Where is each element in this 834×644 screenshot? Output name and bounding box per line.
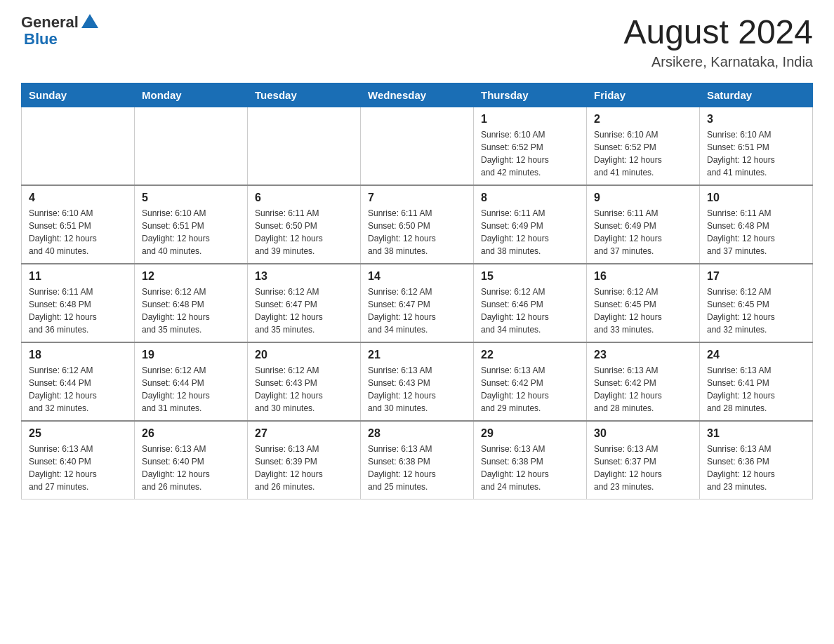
calendar-cell: 2Sunrise: 6:10 AMSunset: 6:52 PMDaylight… bbox=[587, 107, 700, 185]
day-number: 11 bbox=[29, 270, 127, 283]
month-title: August 2024 bbox=[623, 14, 813, 51]
logo-triangle-icon bbox=[81, 14, 98, 28]
day-info: Sunrise: 6:13 AMSunset: 6:43 PMDaylight:… bbox=[368, 364, 466, 415]
day-number: 4 bbox=[29, 192, 127, 204]
day-number: 22 bbox=[481, 349, 579, 361]
day-info: Sunrise: 6:13 AMSunset: 6:40 PMDaylight:… bbox=[29, 443, 127, 493]
calendar-cell: 17Sunrise: 6:12 AMSunset: 6:45 PMDayligh… bbox=[700, 264, 813, 342]
calendar-cell: 18Sunrise: 6:12 AMSunset: 6:44 PMDayligh… bbox=[22, 342, 135, 421]
day-info: Sunrise: 6:13 AMSunset: 6:38 PMDaylight:… bbox=[481, 443, 579, 493]
calendar-cell: 10Sunrise: 6:11 AMSunset: 6:48 PMDayligh… bbox=[700, 185, 813, 264]
day-number: 10 bbox=[707, 192, 805, 204]
calendar-cell bbox=[361, 107, 474, 185]
day-info: Sunrise: 6:13 AMSunset: 6:40 PMDaylight:… bbox=[142, 443, 240, 493]
day-number: 14 bbox=[368, 270, 466, 283]
calendar-cell bbox=[22, 107, 135, 185]
day-number: 29 bbox=[481, 427, 579, 440]
day-info: Sunrise: 6:13 AMSunset: 6:41 PMDaylight:… bbox=[707, 364, 805, 415]
day-number: 27 bbox=[255, 427, 353, 440]
day-info: Sunrise: 6:12 AMSunset: 6:47 PMDaylight:… bbox=[368, 286, 466, 336]
weekday-header-tuesday: Tuesday bbox=[248, 83, 361, 107]
weekday-header-sunday: Sunday bbox=[22, 83, 135, 107]
day-info: Sunrise: 6:12 AMSunset: 6:46 PMDaylight:… bbox=[481, 286, 579, 336]
day-info: Sunrise: 6:12 AMSunset: 6:44 PMDaylight:… bbox=[142, 364, 240, 415]
day-info: Sunrise: 6:10 AMSunset: 6:51 PMDaylight:… bbox=[142, 207, 240, 257]
day-info: Sunrise: 6:12 AMSunset: 6:45 PMDaylight:… bbox=[707, 286, 805, 336]
day-number: 25 bbox=[29, 427, 127, 440]
calendar-cell: 4Sunrise: 6:10 AMSunset: 6:51 PMDaylight… bbox=[22, 185, 135, 264]
day-number: 8 bbox=[481, 192, 579, 204]
day-info: Sunrise: 6:11 AMSunset: 6:49 PMDaylight:… bbox=[594, 207, 692, 257]
calendar-cell: 19Sunrise: 6:12 AMSunset: 6:44 PMDayligh… bbox=[135, 342, 248, 421]
calendar-cell: 28Sunrise: 6:13 AMSunset: 6:38 PMDayligh… bbox=[361, 421, 474, 499]
day-number: 31 bbox=[707, 427, 805, 440]
weekday-header-monday: Monday bbox=[135, 83, 248, 107]
day-info: Sunrise: 6:13 AMSunset: 6:42 PMDaylight:… bbox=[594, 364, 692, 415]
day-number: 17 bbox=[707, 270, 805, 283]
day-info: Sunrise: 6:13 AMSunset: 6:42 PMDaylight:… bbox=[481, 364, 579, 415]
calendar-cell: 25Sunrise: 6:13 AMSunset: 6:40 PMDayligh… bbox=[22, 421, 135, 499]
location-subtitle: Arsikere, Karnataka, India bbox=[623, 54, 813, 70]
calendar-cell: 30Sunrise: 6:13 AMSunset: 6:37 PMDayligh… bbox=[587, 421, 700, 499]
day-number: 19 bbox=[142, 349, 240, 361]
day-info: Sunrise: 6:10 AMSunset: 6:51 PMDaylight:… bbox=[707, 128, 805, 179]
calendar-cell: 12Sunrise: 6:12 AMSunset: 6:48 PMDayligh… bbox=[135, 264, 248, 342]
calendar-cell: 27Sunrise: 6:13 AMSunset: 6:39 PMDayligh… bbox=[248, 421, 361, 499]
calendar-week-row: 18Sunrise: 6:12 AMSunset: 6:44 PMDayligh… bbox=[22, 342, 813, 421]
calendar-cell: 8Sunrise: 6:11 AMSunset: 6:49 PMDaylight… bbox=[474, 185, 587, 264]
day-info: Sunrise: 6:13 AMSunset: 6:36 PMDaylight:… bbox=[707, 443, 805, 493]
calendar-cell: 22Sunrise: 6:13 AMSunset: 6:42 PMDayligh… bbox=[474, 342, 587, 421]
day-number: 15 bbox=[481, 270, 579, 283]
weekday-header-row: SundayMondayTuesdayWednesdayThursdayFrid… bbox=[22, 83, 813, 107]
calendar-week-row: 4Sunrise: 6:10 AMSunset: 6:51 PMDaylight… bbox=[22, 185, 813, 264]
day-number: 13 bbox=[255, 270, 353, 283]
calendar-cell: 3Sunrise: 6:10 AMSunset: 6:51 PMDaylight… bbox=[700, 107, 813, 185]
logo-general-text: General bbox=[21, 14, 79, 31]
calendar-table: SundayMondayTuesdayWednesdayThursdayFrid… bbox=[21, 83, 813, 499]
day-number: 24 bbox=[707, 349, 805, 361]
calendar-cell: 1Sunrise: 6:10 AMSunset: 6:52 PMDaylight… bbox=[474, 107, 587, 185]
day-info: Sunrise: 6:12 AMSunset: 6:43 PMDaylight:… bbox=[255, 364, 353, 415]
day-number: 7 bbox=[368, 192, 466, 204]
calendar-cell: 29Sunrise: 6:13 AMSunset: 6:38 PMDayligh… bbox=[474, 421, 587, 499]
day-info: Sunrise: 6:11 AMSunset: 6:50 PMDaylight:… bbox=[255, 207, 353, 257]
day-number: 9 bbox=[594, 192, 692, 204]
day-info: Sunrise: 6:12 AMSunset: 6:47 PMDaylight:… bbox=[255, 286, 353, 336]
day-number: 12 bbox=[142, 270, 240, 283]
logo: General Blue bbox=[21, 14, 98, 48]
day-info: Sunrise: 6:12 AMSunset: 6:45 PMDaylight:… bbox=[594, 286, 692, 336]
day-number: 3 bbox=[707, 113, 805, 126]
day-number: 18 bbox=[29, 349, 127, 361]
calendar-cell: 11Sunrise: 6:11 AMSunset: 6:48 PMDayligh… bbox=[22, 264, 135, 342]
calendar-cell: 14Sunrise: 6:12 AMSunset: 6:47 PMDayligh… bbox=[361, 264, 474, 342]
calendar-cell: 24Sunrise: 6:13 AMSunset: 6:41 PMDayligh… bbox=[700, 342, 813, 421]
title-block: August 2024 Arsikere, Karnataka, India bbox=[623, 14, 813, 70]
calendar-cell: 26Sunrise: 6:13 AMSunset: 6:40 PMDayligh… bbox=[135, 421, 248, 499]
calendar-cell: 16Sunrise: 6:12 AMSunset: 6:45 PMDayligh… bbox=[587, 264, 700, 342]
calendar-cell: 5Sunrise: 6:10 AMSunset: 6:51 PMDaylight… bbox=[135, 185, 248, 264]
calendar-cell: 23Sunrise: 6:13 AMSunset: 6:42 PMDayligh… bbox=[587, 342, 700, 421]
calendar-cell: 20Sunrise: 6:12 AMSunset: 6:43 PMDayligh… bbox=[248, 342, 361, 421]
calendar-cell: 9Sunrise: 6:11 AMSunset: 6:49 PMDaylight… bbox=[587, 185, 700, 264]
day-number: 20 bbox=[255, 349, 353, 361]
day-info: Sunrise: 6:13 AMSunset: 6:37 PMDaylight:… bbox=[594, 443, 692, 493]
day-number: 28 bbox=[368, 427, 466, 440]
day-info: Sunrise: 6:10 AMSunset: 6:52 PMDaylight:… bbox=[481, 128, 579, 179]
day-info: Sunrise: 6:12 AMSunset: 6:48 PMDaylight:… bbox=[142, 286, 240, 336]
calendar-cell: 13Sunrise: 6:12 AMSunset: 6:47 PMDayligh… bbox=[248, 264, 361, 342]
day-info: Sunrise: 6:10 AMSunset: 6:52 PMDaylight:… bbox=[594, 128, 692, 179]
day-number: 23 bbox=[594, 349, 692, 361]
day-number: 26 bbox=[142, 427, 240, 440]
day-info: Sunrise: 6:10 AMSunset: 6:51 PMDaylight:… bbox=[29, 207, 127, 257]
calendar-cell: 21Sunrise: 6:13 AMSunset: 6:43 PMDayligh… bbox=[361, 342, 474, 421]
day-info: Sunrise: 6:11 AMSunset: 6:50 PMDaylight:… bbox=[368, 207, 466, 257]
day-info: Sunrise: 6:11 AMSunset: 6:48 PMDaylight:… bbox=[707, 207, 805, 257]
calendar-cell: 6Sunrise: 6:11 AMSunset: 6:50 PMDaylight… bbox=[248, 185, 361, 264]
weekday-header-friday: Friday bbox=[587, 83, 700, 107]
weekday-header-saturday: Saturday bbox=[700, 83, 813, 107]
weekday-header-wednesday: Wednesday bbox=[361, 83, 474, 107]
day-number: 30 bbox=[594, 427, 692, 440]
calendar-cell: 15Sunrise: 6:12 AMSunset: 6:46 PMDayligh… bbox=[474, 264, 587, 342]
page-header: General Blue August 2024 Arsikere, Karna… bbox=[21, 14, 813, 70]
day-number: 5 bbox=[142, 192, 240, 204]
